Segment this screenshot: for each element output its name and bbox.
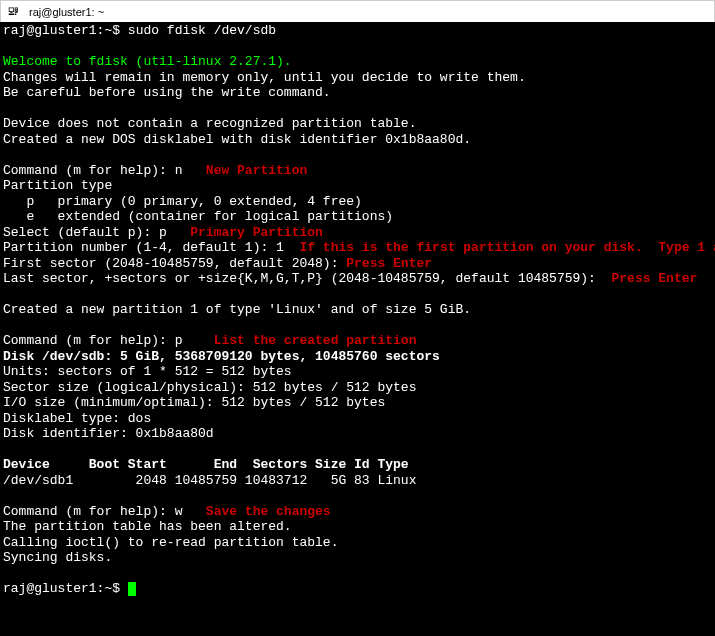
annotation-first-partition: If this is the first partition on your d… — [299, 240, 715, 255]
annotation-press-enter: Press Enter — [346, 256, 432, 271]
fdisk-cmd: Command (m for help): p — [3, 333, 214, 348]
fdisk-msg: Be careful before using the write comman… — [3, 85, 331, 100]
fdisk-cmd: Select (default p): p — [3, 225, 190, 240]
fdisk-msg: I/O size (minimum/optimal): 512 bytes / … — [3, 395, 385, 410]
fdisk-msg: Sector size (logical/physical): 512 byte… — [3, 380, 416, 395]
fdisk-msg: e extended (container for logical partit… — [3, 209, 393, 224]
annotation-new-partition: New Partition — [206, 163, 307, 178]
terminal-output[interactable]: raj@gluster1:~$ sudo fdisk /dev/sdb Welc… — [0, 22, 715, 636]
fdisk-msg: Partition type — [3, 178, 112, 193]
command-text: sudo fdisk /dev/sdb — [128, 23, 276, 38]
fdisk-msg: Device does not contain a recognized par… — [3, 116, 416, 131]
shell-prompt: raj@gluster1:~$ — [3, 23, 128, 38]
window-title: raj@gluster1: ~ — [29, 6, 104, 18]
fdisk-msg: Changes will remain in memory only, unti… — [3, 70, 526, 85]
fdisk-cmd: Partition number (1-4, default 1): 1 — [3, 240, 299, 255]
fdisk-welcome: Welcome to fdisk (util-linux 2.27.1). — [3, 54, 292, 69]
window-titlebar: 🖳 raj@gluster1: ~ — [0, 0, 715, 22]
cursor — [128, 582, 136, 596]
fdisk-msg: Syncing disks. — [3, 550, 112, 565]
terminal-icon: 🖳 — [7, 4, 23, 20]
annotation-primary: Primary Partition — [190, 225, 323, 240]
fdisk-msg: p primary (0 primary, 0 extended, 4 free… — [3, 194, 362, 209]
fdisk-msg: Created a new partition 1 of type 'Linux… — [3, 302, 471, 317]
fdisk-msg: Units: sectors of 1 * 512 = 512 bytes — [3, 364, 292, 379]
partition-table-header: Device Boot Start End Sectors Size Id Ty… — [3, 457, 409, 472]
fdisk-msg: Disk identifier: 0x1b8aa80d — [3, 426, 214, 441]
shell-prompt: raj@gluster1:~$ — [3, 581, 128, 596]
fdisk-cmd: Command (m for help): w — [3, 504, 206, 519]
fdisk-cmd: Last sector, +sectors or +size{K,M,G,T,P… — [3, 271, 612, 286]
fdisk-msg: Calling ioctl() to re-read partition tab… — [3, 535, 338, 550]
fdisk-msg: The partition table has been altered. — [3, 519, 292, 534]
fdisk-cmd: Command (m for help): n — [3, 163, 206, 178]
disk-info: Disk /dev/sdb: 5 GiB, 5368709120 bytes, … — [3, 349, 440, 364]
fdisk-msg: Disklabel type: dos — [3, 411, 151, 426]
fdisk-msg: Created a new DOS disklabel with disk id… — [3, 132, 471, 147]
fdisk-cmd: First sector (2048-10485759, default 204… — [3, 256, 346, 271]
annotation-save: Save the changes — [206, 504, 331, 519]
partition-table-row: /dev/sdb1 2048 10485759 10483712 5G 83 L… — [3, 473, 416, 488]
annotation-list: List the created partition — [214, 333, 417, 348]
annotation-press-enter: Press Enter — [612, 271, 698, 286]
